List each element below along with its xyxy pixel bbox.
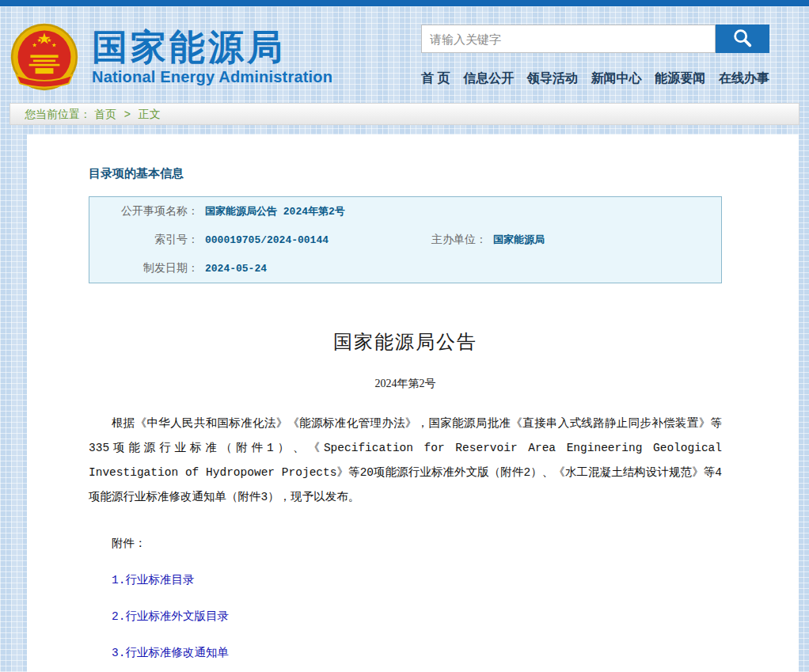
site-title-cn: 国家能源局 — [92, 28, 332, 66]
breadcrumb: 您当前位置： 首页 > 正文 — [9, 103, 800, 125]
nav-item-home[interactable]: 首 页 — [421, 70, 450, 87]
field-value-date: 2024-05-24 — [199, 254, 722, 283]
nav-item-energy-news[interactable]: 能源要闻 — [655, 70, 705, 87]
field-label-date: 制发日期： — [89, 254, 199, 283]
brand-text: 国家能源局 National Energy Administration — [92, 28, 332, 86]
article-title: 国家能源局公告 — [89, 329, 722, 355]
breadcrumb-home-link[interactable]: 首页 — [94, 108, 116, 120]
header-right: 首 页 信息公开 领导活动 新闻中心 能源要闻 在线办事 — [421, 25, 769, 87]
attachments-label: 附件： — [89, 536, 722, 551]
nav-item-online-services[interactable]: 在线办事 — [719, 70, 769, 87]
field-label-name: 公开事项名称： — [89, 197, 199, 226]
article-body: 根据《中华人民共和国标准化法》《能源标准化管理办法》，国家能源局批准《直接串入式… — [89, 412, 722, 510]
top-accent-bar — [0, 0, 809, 6]
content-panel: 目录项的基本信息 公开事项名称： 国家能源局公告 2024年第2号 索引号： 0… — [27, 135, 799, 672]
field-label-index: 索引号： — [89, 226, 199, 254]
nav-item-news-center[interactable]: 新闻中心 — [591, 70, 642, 87]
site-logo[interactable]: 国家能源局 National Energy Administration — [9, 22, 332, 92]
field-label-org: 主办单位： — [401, 226, 487, 254]
field-value-org: 国家能源局 — [487, 226, 722, 254]
nav-item-leadership[interactable]: 领导活动 — [527, 70, 578, 87]
national-emblem-icon — [9, 22, 79, 92]
breadcrumb-current-link[interactable]: 正文 — [139, 108, 161, 120]
site-title-en: National Energy Administration — [92, 68, 332, 86]
nav-item-info-disclosure[interactable]: 信息公开 — [463, 70, 514, 87]
search-input[interactable] — [421, 25, 716, 53]
attachment-link-amendment-notices[interactable]: 3.行业标准修改通知单 — [89, 645, 722, 660]
attachment-link-industry-standards[interactable]: 1.行业标准目录 — [89, 572, 722, 587]
breadcrumb-separator-icon: > — [124, 108, 131, 120]
field-value-index: 000019705/2024-00144 — [199, 226, 401, 254]
catalog-heading: 目录项的基本信息 — [89, 135, 722, 181]
table-row: 索引号： 000019705/2024-00144 主办单位： 国家能源局 — [89, 226, 722, 254]
catalog-info-table: 公开事项名称： 国家能源局公告 2024年第2号 索引号： 000019705/… — [89, 196, 722, 283]
search-bar — [421, 25, 769, 53]
search-icon — [731, 27, 754, 51]
breadcrumb-prefix: 您当前位置： — [25, 108, 91, 120]
site-header: 国家能源局 National Energy Administration 首 页… — [0, 6, 809, 103]
article-subtitle: 2024年第2号 — [89, 377, 722, 391]
table-row: 制发日期： 2024-05-24 — [89, 254, 722, 283]
field-value-name: 国家能源局公告 2024年第2号 — [199, 197, 722, 226]
search-button[interactable] — [716, 25, 769, 53]
attachment-link-foreign-versions[interactable]: 2.行业标准外文版目录 — [89, 609, 722, 624]
table-row: 公开事项名称： 国家能源局公告 2024年第2号 — [89, 197, 722, 226]
main-nav: 首 页 信息公开 领导活动 新闻中心 能源要闻 在线办事 — [421, 70, 769, 87]
